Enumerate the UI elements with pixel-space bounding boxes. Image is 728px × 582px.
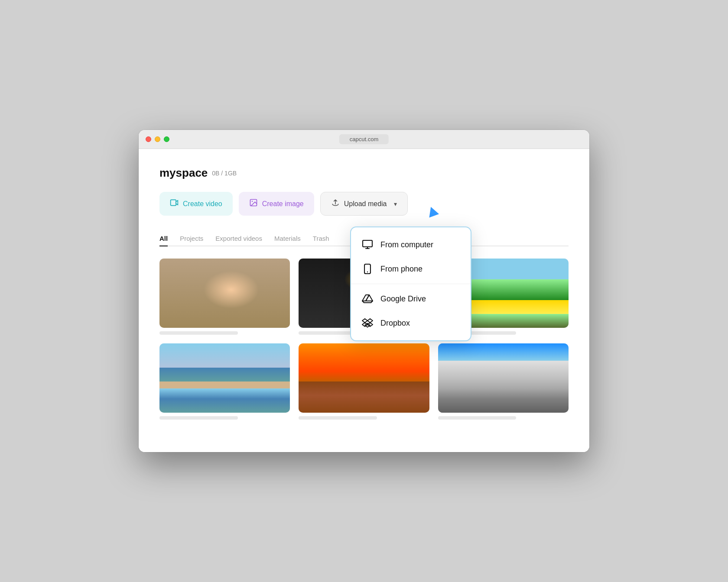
minimize-button[interactable]	[155, 136, 160, 142]
thumbnail-image	[299, 343, 429, 413]
workspace-name: myspace	[159, 166, 208, 180]
from-phone-option[interactable]: From phone	[351, 257, 471, 281]
dropbox-icon	[361, 317, 374, 329]
media-label	[299, 416, 377, 420]
create-image-button[interactable]: Create image	[239, 192, 314, 216]
tab-materials[interactable]: Materials	[274, 231, 301, 246]
dropbox-label: Dropbox	[380, 319, 410, 328]
tab-trash[interactable]: Trash	[313, 231, 329, 246]
from-computer-option[interactable]: From computer	[351, 233, 471, 257]
media-label	[438, 416, 517, 420]
upload-media-label: Upload media	[344, 200, 387, 208]
svg-rect-0	[171, 200, 176, 205]
phone-icon	[361, 263, 374, 275]
svg-point-5	[367, 272, 368, 272]
from-computer-label: From computer	[380, 240, 433, 249]
workspace-header: myspace 0B / 1GB	[159, 166, 569, 180]
video-icon	[170, 198, 179, 209]
dropdown-chevron-icon: ▾	[394, 200, 397, 207]
thumbnail-image	[159, 343, 290, 413]
media-thumbnail	[438, 343, 569, 413]
create-video-button[interactable]: Create video	[159, 192, 233, 216]
svg-point-2	[252, 201, 253, 202]
google-drive-label: Google Drive	[380, 294, 426, 304]
tab-all[interactable]: All	[159, 231, 168, 246]
list-item[interactable]	[159, 343, 290, 420]
upload-dropdown-menu: From computer From phone	[350, 226, 471, 341]
window-content: myspace 0B / 1GB Create video	[139, 149, 589, 452]
dropdown-divider	[351, 284, 471, 284]
storage-info: 0B / 1GB	[212, 170, 237, 177]
dropbox-option[interactable]: Dropbox	[351, 311, 471, 335]
media-thumbnail	[159, 343, 290, 413]
upload-icon	[331, 198, 340, 209]
media-label	[159, 331, 238, 335]
thumbnail-image	[438, 343, 569, 413]
titlebar: capcut.com	[139, 130, 589, 149]
maximize-button[interactable]	[164, 136, 169, 142]
create-video-label: Create video	[183, 200, 222, 208]
google-drive-icon	[361, 293, 374, 305]
svg-rect-3	[363, 240, 372, 247]
from-phone-label: From phone	[380, 265, 422, 274]
url-text: capcut.com	[350, 136, 378, 142]
mac-window: capcut.com myspace 0B / 1GB	[139, 130, 589, 452]
google-drive-option[interactable]: Google Drive	[351, 287, 471, 311]
upload-media-button[interactable]: Upload media ▾	[320, 192, 408, 216]
tab-exported-videos[interactable]: Exported videos	[215, 231, 262, 246]
close-button[interactable]	[146, 136, 151, 142]
computer-icon	[361, 239, 374, 251]
cursor-arrow	[426, 205, 439, 218]
traffic-lights	[146, 136, 169, 142]
thumbnail-image	[159, 259, 290, 328]
action-buttons: Create video Create image	[159, 192, 569, 216]
url-bar[interactable]: capcut.com	[339, 134, 389, 144]
media-thumbnail	[159, 259, 290, 328]
media-thumbnail	[299, 343, 429, 413]
media-label	[159, 416, 238, 420]
create-image-label: Create image	[262, 200, 304, 208]
image-icon	[249, 198, 258, 209]
tab-projects[interactable]: Projects	[180, 231, 203, 246]
list-item[interactable]	[438, 343, 569, 420]
list-item[interactable]	[299, 343, 429, 420]
list-item[interactable]	[159, 259, 290, 335]
